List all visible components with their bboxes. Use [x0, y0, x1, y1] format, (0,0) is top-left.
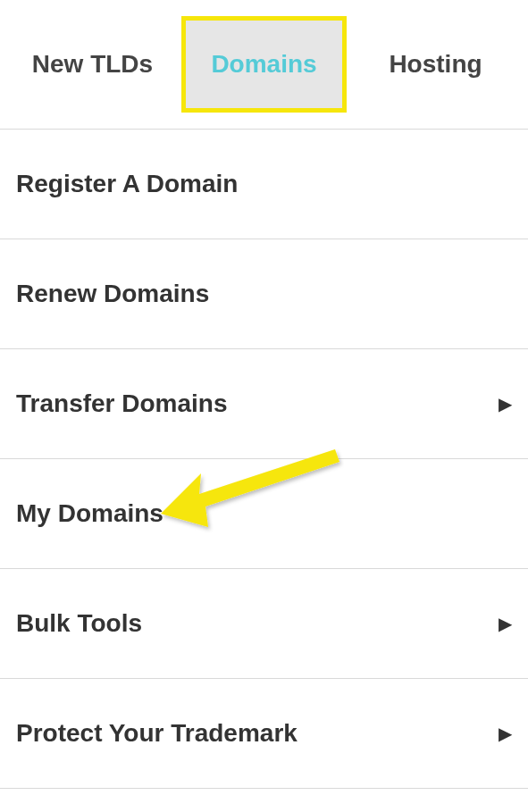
menu-item-label: Renew Domains — [16, 280, 209, 308]
tab-label: Hosting — [389, 50, 482, 79]
chevron-right-icon: ▶ — [499, 723, 512, 744]
nav-tabs: New TLDs Domains Hosting — [0, 0, 528, 130]
tab-label: Domains — [211, 50, 316, 79]
menu-item-register-domain[interactable]: Register A Domain — [0, 130, 528, 239]
chevron-right-icon: ▶ — [499, 613, 512, 634]
menu-item-label: Register A Domain — [16, 170, 238, 198]
menu-item-label: My Domains — [16, 499, 163, 528]
menu-item-transfer-domains[interactable]: Transfer Domains ▶ — [0, 349, 528, 459]
tab-hosting[interactable]: Hosting — [357, 16, 514, 113]
menu-item-protect-trademark[interactable]: Protect Your Trademark ▶ — [0, 679, 528, 789]
tab-domains[interactable]: Domains — [181, 16, 347, 113]
menu-item-label: Bulk Tools — [16, 609, 142, 638]
menu-item-label: Protect Your Trademark — [16, 719, 298, 748]
menu-item-label: Transfer Domains — [16, 389, 228, 418]
chevron-right-icon: ▶ — [499, 393, 512, 414]
menu-item-renew-domains[interactable]: Renew Domains — [0, 239, 528, 349]
menu-item-bulk-tools[interactable]: Bulk Tools ▶ — [0, 569, 528, 679]
tab-new-tlds[interactable]: New TLDs — [14, 16, 171, 113]
tab-label: New TLDs — [32, 50, 153, 79]
menu-item-my-domains[interactable]: My Domains — [0, 459, 528, 569]
